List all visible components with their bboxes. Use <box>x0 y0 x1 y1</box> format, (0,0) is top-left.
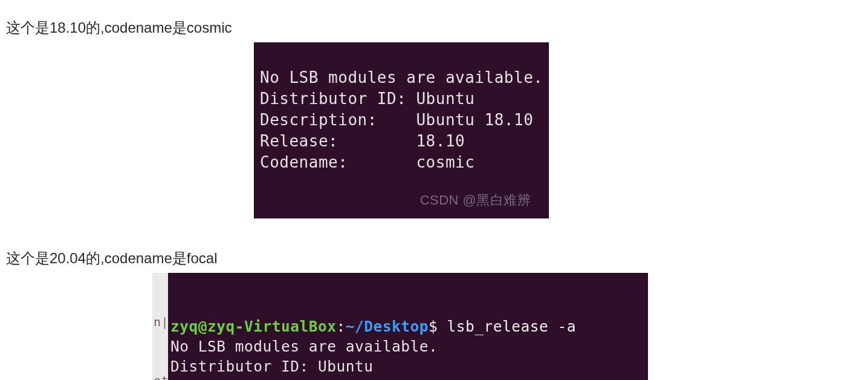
prompt-dollar: $ <box>429 318 447 335</box>
terminal-line: Release: 18.10 <box>260 132 465 150</box>
terminal-line: Distributor ID: Ubuntu <box>170 358 374 375</box>
terminal-2004: n| et 1. zyq@zyq-VirtualBox:~/Desktop$ l… <box>152 273 648 380</box>
prompt-sep: : <box>337 318 346 335</box>
terminal-line: Description: Ubuntu 18.10 <box>260 111 533 129</box>
terminal-1810-container: No LSB modules are available. Distributo… <box>254 42 862 218</box>
command-text: lsb_release -a <box>447 318 577 335</box>
watermark-terminal-1810: CSDN @黑白难辨 <box>420 191 531 209</box>
terminal-line: No LSB modules are available. <box>260 68 543 87</box>
terminal-left-edge: n| et 1. <box>152 273 168 380</box>
terminal-2004-container: n| et 1. zyq@zyq-VirtualBox:~/Desktop$ l… <box>152 273 862 380</box>
terminal-1810: No LSB modules are available. Distributo… <box>254 42 549 218</box>
prompt-user: zyq@zyq-VirtualBox <box>170 318 337 335</box>
terminal-line: Codename: cosmic <box>260 153 474 171</box>
terminal-line: Distributor ID: Ubuntu <box>260 90 474 108</box>
prompt-path: ~/Desktop <box>346 318 429 335</box>
terminal-line: No LSB modules are available. <box>170 338 438 355</box>
terminal-line: Description: Ubuntu 20.04.4 LTS <box>170 378 484 380</box>
caption-1810: 这个是18.10的,codename是cosmic <box>6 18 862 38</box>
caption-2004: 这个是20.04的,codename是focal <box>6 249 862 268</box>
